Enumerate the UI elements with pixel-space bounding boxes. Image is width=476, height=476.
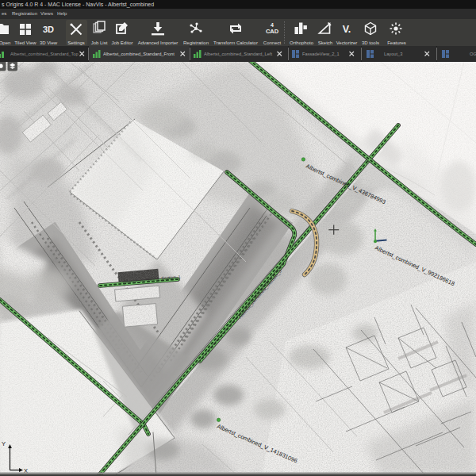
svg-text:4: 4 (271, 22, 274, 28)
svg-text:CAD: CAD (266, 28, 279, 35)
svg-text:Y: Y (2, 440, 6, 447)
svg-text:3D: 3D (43, 25, 54, 34)
svg-text:V.: V. (343, 24, 351, 35)
